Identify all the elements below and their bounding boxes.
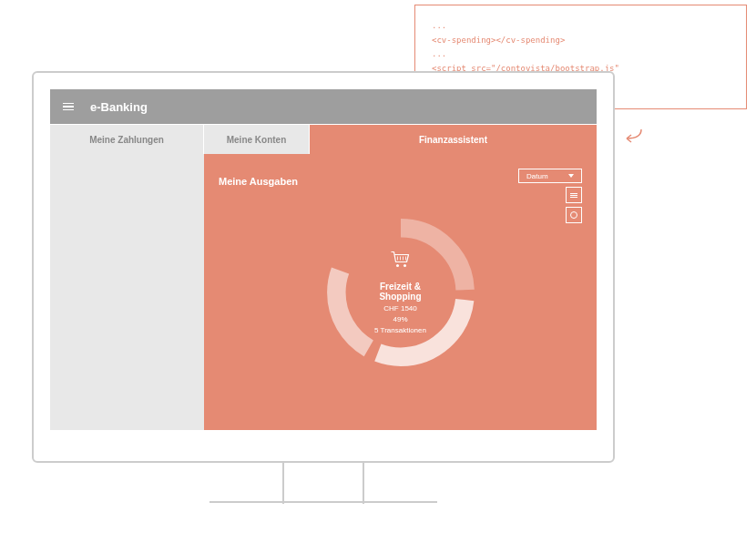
code-line: ... [432,20,730,33]
app-title: e-Banking [90,100,148,114]
svg-point-1 [404,264,406,267]
app-header: e-Banking [50,89,597,124]
content-area: Meine Ausgaben Datum [50,154,597,430]
monitor-stand [282,463,364,504]
dropdown-label: Datum [526,172,548,180]
tab-label: Finanzassistent [419,135,487,145]
svg-point-0 [396,264,399,267]
chart-percent-label: 49% [393,314,407,323]
code-line: <cv-spending></cv-spending> [432,35,730,47]
monitor-frame: e-Banking Meine Zahlungen Meine Konten F… [32,71,615,463]
monitor-base [209,501,437,503]
tab-label: Meine Zahlungen [89,135,164,145]
sidebar [50,154,204,430]
chart-transactions-label: 5 Transaktionen [374,325,426,333]
chevron-down-icon [568,174,574,178]
filter-controls: Datum [518,169,582,223]
tab-finanzassistent[interactable]: Finanzassistent [310,125,597,154]
list-icon [570,192,577,199]
tab-label: Meine Konten [227,135,287,145]
tab-meine-zahlungen[interactable]: Meine Zahlungen [50,125,203,154]
arrow-annotation-icon [619,128,645,151]
chart-center-info: Freizeit & Shopping CHF 1540 49% 5 Trans… [358,251,443,333]
spending-widget: Meine Ausgaben Datum [204,154,597,430]
chart-amount-label: CHF 1540 [383,303,416,312]
donut-chart[interactable]: Freizeit & Shopping CHF 1540 49% 5 Trans… [316,208,485,377]
hamburger-menu-icon[interactable] [63,103,74,111]
chart-category-label: Freizeit & Shopping [358,281,443,301]
cart-icon [391,251,411,272]
chart-view-button[interactable] [566,207,582,223]
panel-title: Meine Ausgaben [219,176,298,187]
list-view-button[interactable] [566,187,582,203]
code-line: ... [432,48,730,61]
circle-icon [570,211,577,219]
tab-meine-konten[interactable]: Meine Konten [204,125,309,154]
date-dropdown[interactable]: Datum [518,169,582,183]
tab-bar: Meine Zahlungen Meine Konten Finanzassis… [50,125,597,154]
